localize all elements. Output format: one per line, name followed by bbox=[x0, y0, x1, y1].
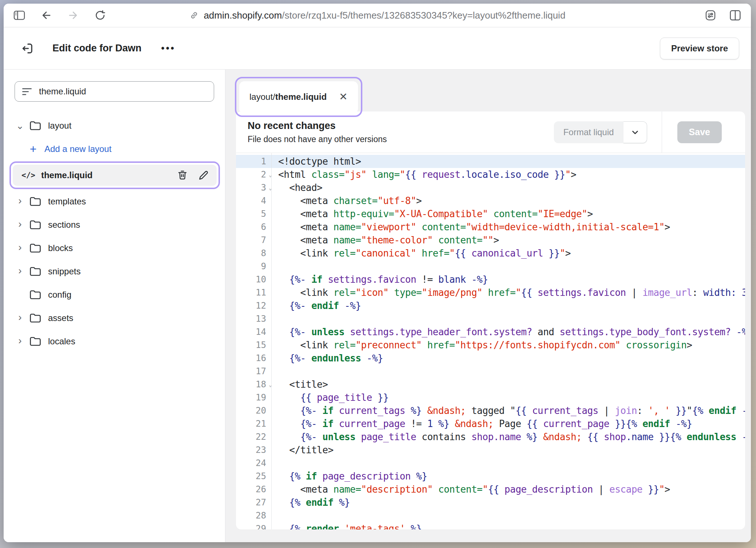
browser-window: admin.shopify.com/store/rzq1xu-f5/themes… bbox=[4, 4, 751, 542]
more-actions-button[interactable]: ••• bbox=[161, 43, 176, 54]
preview-store-button[interactable]: Preview store bbox=[660, 38, 739, 59]
page-settings-icon[interactable] bbox=[704, 9, 717, 21]
forward-icon[interactable] bbox=[67, 9, 79, 21]
line-number: 23 bbox=[236, 443, 271, 457]
format-liquid-split-button: Format liquid bbox=[554, 121, 647, 143]
sidebar-item-config[interactable]: config bbox=[13, 283, 216, 306]
address-bar[interactable]: admin.shopify.com/store/rzq1xu-f5/themes… bbox=[189, 10, 565, 21]
sidebar-item-assets[interactable]: › assets bbox=[13, 306, 216, 330]
line-number: 7 bbox=[236, 234, 271, 247]
code-pane[interactable]: <!doctype html><html class="js" lang="{{… bbox=[272, 153, 745, 529]
line-number-gutter: 12⌄3⌄456789101112131415161718⌄1920212223… bbox=[236, 153, 272, 529]
fold-chevron-icon[interactable]: ⌄ bbox=[269, 172, 272, 178]
line-number: 13 bbox=[236, 312, 271, 325]
code-line[interactable]: <meta http-equiv="X-UA-Compatible" conte… bbox=[272, 207, 745, 220]
editor-main: layout/theme.liquid ✕ No recent changes … bbox=[225, 70, 751, 542]
chevron-icon[interactable]: › bbox=[15, 195, 25, 208]
code-line[interactable]: {%- if settings.favicon != blank -%} bbox=[272, 273, 745, 286]
tab-highlight: layout/theme.liquid ✕ bbox=[235, 77, 362, 117]
sidebar-item-blocks[interactable]: › blocks bbox=[13, 236, 216, 260]
search-value: theme.liquid bbox=[39, 86, 86, 97]
trash-icon[interactable] bbox=[177, 169, 188, 181]
line-number: 20 bbox=[236, 404, 271, 417]
line-number: 1 bbox=[236, 155, 271, 168]
exit-icon[interactable] bbox=[20, 40, 36, 56]
tab-strip: layout/theme.liquid ✕ bbox=[225, 70, 751, 111]
sidebar-item-add-layout[interactable]: + Add a new layout bbox=[13, 137, 216, 161]
code-line[interactable]: <meta name="description" content="{{ pag… bbox=[272, 483, 745, 496]
tab-theme-liquid[interactable]: layout/theme.liquid ✕ bbox=[239, 81, 358, 113]
code-line[interactable]: <link rel="preconnect" href="https://fon… bbox=[272, 338, 745, 352]
sidebar-item-snippets[interactable]: › snippets bbox=[13, 260, 216, 283]
folder-icon bbox=[29, 243, 42, 254]
editor-card-header: No recent changes File does not have any… bbox=[236, 111, 745, 153]
line-number: 8 bbox=[236, 247, 271, 260]
chevron-icon[interactable]: › bbox=[15, 312, 25, 325]
search-input[interactable]: theme.liquid bbox=[15, 81, 214, 102]
sidebar-toggle-icon[interactable] bbox=[13, 9, 25, 21]
folder-icon bbox=[29, 266, 42, 277]
code-line[interactable] bbox=[272, 509, 745, 522]
code-line[interactable]: <link rel="canonical" href="{{ canonical… bbox=[272, 247, 745, 260]
code-line[interactable]: <head> bbox=[272, 181, 745, 194]
code-line[interactable]: {% endif %} bbox=[272, 496, 745, 509]
versions-title: No recent changes bbox=[248, 120, 387, 132]
sidebar-item-templates[interactable]: › templates bbox=[13, 190, 216, 213]
code-line[interactable]: <!doctype html> bbox=[272, 155, 745, 168]
code-line[interactable]: {%- if current_page != 1 %} &ndash; Page… bbox=[272, 417, 745, 430]
code-line[interactable] bbox=[272, 312, 745, 325]
line-number: 4 bbox=[236, 194, 271, 207]
format-options-dropdown[interactable] bbox=[623, 121, 647, 143]
sidebar-item-locales[interactable]: › locales bbox=[13, 330, 216, 353]
line-number: 3⌄ bbox=[236, 181, 271, 194]
chevron-down-icon bbox=[630, 128, 640, 137]
code-line[interactable]: {%- endif -%} bbox=[272, 299, 745, 312]
code-line[interactable] bbox=[272, 365, 745, 378]
sidebar-item-layout[interactable]: ⌄ layout bbox=[13, 114, 216, 137]
sidebar-item-theme-liquid[interactable]: </> theme.liquid bbox=[13, 165, 217, 186]
file-sidebar: theme.liquid ⌄ layout + Add a new layout… bbox=[4, 70, 225, 542]
pencil-icon[interactable] bbox=[198, 169, 209, 181]
chevron-icon[interactable]: › bbox=[15, 218, 25, 231]
line-number: 6 bbox=[236, 220, 271, 234]
back-icon[interactable] bbox=[40, 9, 52, 21]
chevron-icon[interactable]: › bbox=[15, 242, 25, 255]
code-line[interactable]: <meta name="viewport" content="width=dev… bbox=[272, 220, 745, 234]
filter-icon bbox=[22, 88, 32, 95]
code-line[interactable]: {%- unless page_title contains shop.name… bbox=[272, 430, 745, 443]
folder-icon bbox=[29, 196, 42, 207]
link-icon bbox=[189, 10, 199, 20]
line-number: 29 bbox=[236, 522, 271, 529]
code-line[interactable]: <meta charset="utf-8"> bbox=[272, 194, 745, 207]
code-line[interactable]: <title> bbox=[272, 378, 745, 391]
chevron-icon[interactable]: › bbox=[15, 335, 25, 348]
code-line[interactable]: {%- endunless -%} bbox=[272, 352, 745, 365]
code-line[interactable]: {%- unless settings.type_header_font.sys… bbox=[272, 325, 745, 338]
code-line[interactable]: {{ page_title }} bbox=[272, 391, 745, 404]
code-line[interactable]: {% render 'meta-tags' %} bbox=[272, 522, 745, 529]
line-number: 24 bbox=[236, 457, 271, 470]
line-number: 11 bbox=[236, 286, 271, 299]
code-line[interactable]: <meta name="theme-color" content=""> bbox=[272, 234, 745, 247]
fold-chevron-icon[interactable]: ⌄ bbox=[269, 381, 272, 388]
code-line[interactable]: {% if page_description %} bbox=[272, 470, 745, 483]
code-line[interactable]: {%- if current_tags %} &ndash; tagged "{… bbox=[272, 404, 745, 417]
code-line[interactable] bbox=[272, 260, 745, 273]
code-line[interactable]: <link rel="icon" type="image/png" href="… bbox=[272, 286, 745, 299]
split-view-icon[interactable] bbox=[729, 9, 741, 21]
editor-card: No recent changes File does not have any… bbox=[236, 111, 745, 529]
code-editor[interactable]: 12⌄3⌄456789101112131415161718⌄1920212223… bbox=[236, 153, 745, 529]
close-icon[interactable]: ✕ bbox=[339, 92, 347, 102]
folder-icon bbox=[29, 336, 42, 347]
line-number: 14 bbox=[236, 325, 271, 338]
code-line[interactable]: </title> bbox=[272, 443, 745, 457]
fold-chevron-icon[interactable]: ⌄ bbox=[269, 185, 272, 191]
sidebar-item-sections[interactable]: › sections bbox=[13, 213, 216, 236]
chevron-icon[interactable]: › bbox=[15, 265, 25, 278]
chevron-icon[interactable]: ⌄ bbox=[15, 120, 25, 132]
code-line[interactable]: <html class="js" lang="{{ request.locale… bbox=[272, 168, 745, 181]
save-button[interactable]: Save bbox=[677, 121, 722, 143]
code-line[interactable] bbox=[272, 457, 745, 470]
format-liquid-button[interactable]: Format liquid bbox=[554, 121, 623, 143]
reload-icon[interactable] bbox=[94, 9, 106, 21]
